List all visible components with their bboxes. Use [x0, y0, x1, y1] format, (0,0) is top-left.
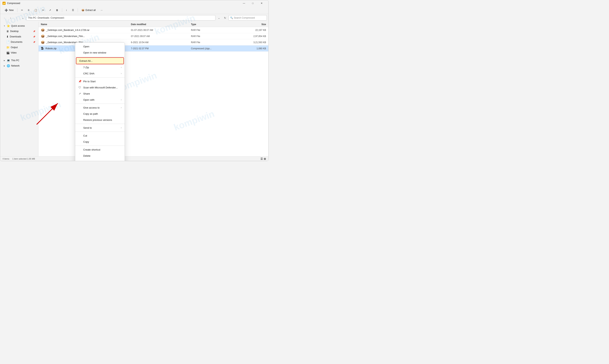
- col-header-size[interactable]: Size: [236, 23, 266, 26]
- more-icon: ···: [101, 9, 103, 12]
- share-icon: ↗: [49, 9, 51, 12]
- close-button[interactable]: ✕: [257, 0, 266, 6]
- title-bar: 📁 Compressed — □ ✕: [0, 0, 268, 6]
- grid-view-button[interactable]: ⊞: [264, 157, 266, 160]
- context-menu-item[interactable]: Delete: [75, 153, 125, 159]
- rename-icon: ✏: [42, 9, 44, 12]
- list-view-button[interactable]: ☰: [260, 157, 263, 160]
- submenu-arrow: ›: [121, 98, 122, 101]
- desktop-icon: 🖥: [6, 30, 9, 33]
- maximize-button[interactable]: □: [248, 0, 257, 6]
- ctx-label: Copy as path: [83, 112, 122, 115]
- file-name-text: Roboto.zip: [45, 47, 56, 50]
- window-icon: 📁: [2, 2, 6, 5]
- paste-button[interactable]: 📋: [32, 8, 39, 13]
- cut-icon: ✂: [21, 9, 23, 12]
- selected-info: 1 item selected 1.05 MB: [12, 158, 35, 160]
- context-menu-item-extract[interactable]: Extract All...: [76, 58, 124, 64]
- cut-button[interactable]: ✂: [19, 8, 25, 13]
- sidebar-item-downloads[interactable]: ⬇ Downloads 📌: [1, 34, 38, 39]
- sidebar-item-documents[interactable]: 📄 Documents 📌: [1, 39, 38, 45]
- delete-button[interactable]: 🗑: [54, 8, 60, 13]
- context-menu-item[interactable]: Open: [75, 43, 125, 50]
- more-button[interactable]: ···: [99, 8, 105, 13]
- toolbar-separator: [17, 8, 17, 12]
- ctx-icon: 📌: [78, 80, 81, 83]
- back-button[interactable]: ‹: [2, 15, 7, 21]
- documents-icon: 📄: [6, 40, 10, 43]
- file-type-cell: RAR File: [191, 41, 236, 44]
- context-menu-separator: [75, 56, 125, 57]
- context-menu-item[interactable]: 7-Zip›: [75, 64, 125, 70]
- context-menu-item[interactable]: Cut: [75, 132, 125, 139]
- ctx-label: Copy: [83, 140, 122, 143]
- ctx-label: Pin to Start: [83, 80, 122, 83]
- sidebar-item-video[interactable]: 🎬 Video: [1, 50, 38, 55]
- history-dropdown-button[interactable]: ⌄: [20, 15, 26, 21]
- context-menu-item[interactable]: 📌Pin to Start: [75, 78, 125, 84]
- context-menu-item[interactable]: Open with›: [75, 97, 125, 103]
- up-button[interactable]: ↑: [14, 15, 19, 21]
- sidebar-item-output[interactable]: 📁 Output: [1, 45, 38, 50]
- context-menu-item[interactable]: Give access to›: [75, 104, 125, 111]
- sidebar: ▼ ⭐ Quick access 🖥 Desktop 📌 ⬇ Downloads…: [0, 22, 39, 156]
- view-icon: ☰: [72, 9, 74, 12]
- refresh-button[interactable]: ↻: [222, 15, 228, 21]
- context-menu-highlight-box: Extract All...: [76, 57, 124, 64]
- col-header-type[interactable]: Type: [191, 23, 236, 26]
- address-bar: ‹ › ↑ ⌄ This PC › Downloads › Compressed…: [0, 14, 268, 22]
- search-dropdown-button[interactable]: ⌄: [216, 15, 221, 21]
- minimize-button[interactable]: —: [240, 0, 248, 6]
- search-placeholder: Search Compressed: [234, 16, 255, 19]
- view-button[interactable]: ☰: [70, 8, 76, 13]
- rename-button[interactable]: ✏: [40, 8, 46, 13]
- forward-button[interactable]: ›: [8, 15, 13, 21]
- ctx-label: Scan with Microsoft Defender...: [83, 86, 122, 89]
- sidebar-item-thispc[interactable]: ▶ 💻 This PC: [1, 58, 38, 63]
- sort-button[interactable]: ↕: [64, 8, 69, 13]
- extract-all-button[interactable]: 📦 Extract all: [79, 8, 98, 13]
- ctx-label: Cut: [83, 134, 122, 137]
- ctx-label: CRC SHA: [83, 72, 119, 75]
- table-row[interactable]: 📦 _Getintopc.com_Wondershare_Film... 6-2…: [39, 39, 268, 45]
- table-row[interactable]: 📦 _Getintopc.com_Wondershare_Film... 07-…: [39, 33, 268, 39]
- context-menu-item[interactable]: Open in new window: [75, 50, 125, 56]
- context-menu-item[interactable]: Rename: [75, 159, 125, 161]
- pin-icon-docs: 📌: [33, 41, 35, 43]
- table-row[interactable]: 📦 _Getintopc.com_Bandicam_4.6.4.1728.rar…: [39, 27, 268, 33]
- file-type-cell: Compressed (zipp...: [191, 47, 236, 50]
- share-button[interactable]: ↗: [47, 8, 53, 13]
- path-downloads: Downloads: [38, 16, 49, 19]
- context-menu-item[interactable]: 🛡Scan with Microsoft Defender...: [75, 84, 125, 91]
- file-icon: 📦: [41, 34, 45, 38]
- table-row[interactable]: 🗜 Roboto.zip 7-2021 02:37 PM Compressed …: [39, 45, 268, 52]
- search-box[interactable]: 🔍 Search Compressed: [228, 15, 267, 21]
- copy-button[interactable]: ⎘: [26, 8, 31, 13]
- pin-icon: 📌: [33, 30, 35, 32]
- context-menu-item[interactable]: CRC SHA›: [75, 70, 125, 77]
- context-menu-item[interactable]: Copy as path: [75, 111, 125, 117]
- ctx-icon: ↗: [78, 92, 81, 95]
- context-menu-item[interactable]: Create shortcut: [75, 146, 125, 153]
- ctx-label: Give access to: [83, 106, 119, 109]
- address-path[interactable]: This PC › Downloads › Compressed ›: [26, 15, 215, 21]
- submenu-arrow: ›: [121, 106, 122, 109]
- context-menu-item[interactable]: ↗Share: [75, 91, 125, 97]
- context-menu-item[interactable]: Restore previous versions: [75, 117, 125, 123]
- context-menu-item[interactable]: Copy: [75, 139, 125, 145]
- delete-icon: 🗑: [56, 9, 58, 12]
- col-header-date[interactable]: Date modified: [131, 23, 191, 26]
- context-menu: OpenOpen in new windowExtract All...7-Zi…: [75, 42, 125, 161]
- new-button[interactable]: ➕ New: [2, 8, 16, 13]
- ctx-label: Extract All...: [79, 59, 120, 62]
- col-header-name[interactable]: Name: [41, 23, 131, 26]
- file-icon: 📦: [41, 28, 45, 32]
- sidebar-item-quickaccess[interactable]: ▼ ⭐ Quick access: [1, 23, 38, 28]
- submenu-arrow: ›: [121, 66, 122, 69]
- sidebar-item-network[interactable]: ▶ 🌐 Network: [1, 63, 38, 68]
- context-menu-item[interactable]: Send to›: [75, 125, 125, 131]
- file-type-cell: RAR File: [191, 29, 236, 31]
- expand-icon: ▼: [3, 25, 6, 27]
- file-name-cell: 📦 _Getintopc.com_Bandicam_4.6.4.1728.rar: [41, 28, 131, 32]
- sidebar-item-desktop[interactable]: 🖥 Desktop 📌: [1, 28, 38, 34]
